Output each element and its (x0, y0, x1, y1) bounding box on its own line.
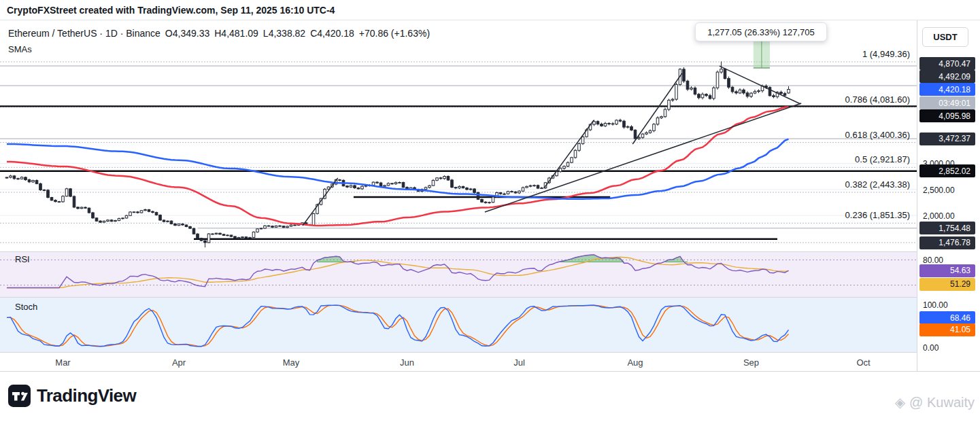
ohlc-high: H4,481.09 (214, 28, 258, 39)
trendline[interactable] (632, 73, 682, 144)
fib-level-label: 1 (4,949.36) (862, 49, 910, 59)
smas-legend[interactable]: SMAs (8, 44, 32, 54)
stoch-scale-label: 100.00 (923, 300, 948, 310)
tradingview-logo-text: TradingView (37, 385, 136, 406)
month-label[interactable]: May (283, 357, 300, 368)
rsi-pane-bg (0, 252, 917, 297)
current-price-badge: 4,420.18 (919, 83, 975, 96)
price-badge: 1,754.48 (919, 222, 975, 234)
trendline[interactable] (544, 120, 594, 188)
stoch-k-value-badge: 68.46 (919, 311, 975, 324)
month-label[interactable]: Aug (627, 357, 643, 368)
month-label[interactable]: Sep (743, 357, 759, 368)
price-axis[interactable]: USDT 4,870.474,492.094,420.1803:49:014,0… (917, 20, 980, 371)
rsi-value-badge: 54.63 (919, 264, 975, 277)
ohlc-open: O4,349.33 (165, 28, 209, 39)
price-badge: 4,492.09 (919, 70, 975, 83)
sma-red-line[interactable] (7, 107, 789, 226)
fib-level-label: 0.786 (4,081.60) (845, 94, 910, 105)
stoch-pane-label[interactable]: Stoch (15, 302, 37, 312)
tradingview-logo-icon (8, 385, 31, 407)
month-label[interactable]: Apr (172, 357, 186, 368)
rsi-pane-label[interactable]: RSI (15, 254, 30, 264)
gridline-label: 3,000.00 (923, 159, 955, 169)
gridline-label: 2,500.00 (923, 186, 955, 195)
watermark: ◈ @ Kuwaity (895, 394, 975, 410)
pane-separator (0, 297, 980, 298)
ohlc-low: L4,338.82 (263, 28, 305, 39)
ohlc-change: +70.86 (+1.63%) (359, 28, 430, 39)
trendline[interactable] (303, 178, 338, 226)
pane-separator (0, 371, 980, 372)
price-badge: 4,095.98 (919, 109, 975, 122)
measure-tooltip: 1,277.05 (26.33%) 127,705 (695, 22, 827, 41)
stoch-scale-label: 0.00 (923, 343, 939, 353)
price-badge: 1,476.78 (919, 236, 975, 249)
fib-level-label: 0.618 (3,400.36) (845, 130, 910, 140)
watermark-text: @ Kuwaity (909, 395, 975, 410)
trendline[interactable] (485, 103, 801, 212)
pane-separator (0, 251, 980, 252)
symbol-title[interactable]: Ethereum / TetherUS · 1D · Binance (8, 28, 160, 39)
price-badge: 4,870.47 (919, 57, 975, 70)
month-label[interactable]: Jun (400, 357, 414, 368)
ohlc-close: C4,420.18 (310, 28, 354, 39)
trendline[interactable] (720, 66, 800, 104)
watermark-icon: ◈ (895, 394, 905, 410)
month-label[interactable]: Jul (513, 357, 525, 368)
chart-canvas[interactable]: MarAprMayJunJulAugSepOct Ethereum / Teth… (0, 20, 917, 371)
tradingview-logo[interactable]: TradingView (8, 385, 136, 407)
fib-level-label: 0.5 (2,921.87) (855, 154, 910, 164)
main-chart-svg: MarAprMayJunJulAugSepOct (0, 20, 917, 371)
countdown-label: 03:49:01 (919, 96, 975, 109)
fib-level-label: 0.236 (1,851.35) (845, 210, 910, 220)
month-label[interactable]: Mar (55, 357, 71, 368)
symbol-legend: Ethereum / TetherUS · 1D · Binance O4,34… (8, 28, 430, 39)
currency-button[interactable]: USDT (922, 27, 968, 47)
rsi-ma-value-badge: 51.29 (919, 278, 975, 291)
attribution-text: CryptoFXStreet created with TradingView.… (7, 5, 335, 16)
pane-separator (0, 352, 980, 353)
fib-level-label: 0.382 (2,443.38) (845, 179, 910, 190)
attribution-bar: CryptoFXStreet created with TradingView.… (0, 0, 980, 20)
measure-box[interactable] (754, 39, 770, 68)
stoch-d-value-badge: 41.05 (919, 323, 975, 336)
price-badge: 3,472.37 (919, 133, 975, 145)
gridline-label: 2,000.00 (923, 211, 955, 221)
month-label[interactable]: Oct (856, 357, 871, 368)
